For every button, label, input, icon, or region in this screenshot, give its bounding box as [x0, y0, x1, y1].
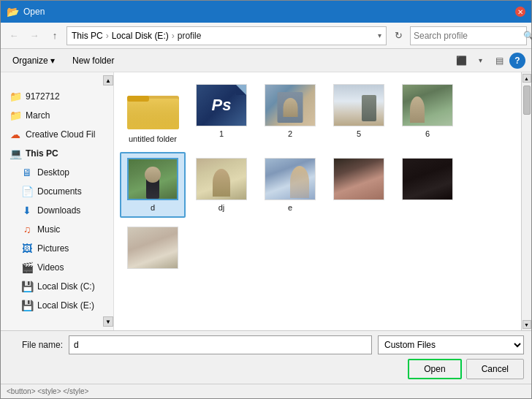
file-name-dj: dj [218, 203, 225, 212]
buttons-row: Open Cancel [8, 359, 524, 379]
search-icon[interactable]: 🔍 [523, 31, 532, 41]
thumb-dj [196, 158, 247, 200]
file-item-d[interactable]: d [120, 152, 186, 218]
forward-button[interactable]: → [26, 27, 43, 45]
thumb-bottom2 [402, 158, 453, 200]
file-item-bottom3[interactable] [120, 221, 186, 278]
desktop-icon: 🖥 [21, 167, 33, 178]
documents-icon: 📄 [21, 186, 33, 197]
open-dialog: 📂 Open ✕ ← → ↑ This PC › Local Disk (E:)… [0, 0, 532, 399]
downloads-icon: ⬇ [21, 205, 33, 216]
thumb-2 [265, 84, 316, 126]
music-icon: ♫ [21, 224, 33, 235]
sidebar-scroll-up[interactable]: ▲ [103, 75, 113, 86]
sidebar-item-pictures[interactable]: 🖼 Pictures [1, 239, 113, 258]
sidebar: ▲ 📁 9172712 📁 March ☁ Creative Cloud Fil… [1, 72, 114, 330]
folder-thumb [123, 84, 182, 132]
videos-icon: 🎬 [21, 262, 33, 273]
new-folder-button[interactable]: New folder [66, 52, 120, 69]
view-list-btn[interactable]: ▤ [490, 52, 508, 69]
sidebar-item-this-pc[interactable]: 💻 This PC [1, 144, 113, 163]
scroll-down-arrow[interactable]: ▼ [522, 320, 531, 329]
main-content: ▲ 📁 9172712 📁 March ☁ Creative Cloud Fil… [1, 72, 531, 330]
path-profile: profile [178, 31, 202, 41]
thumb-6 [402, 84, 453, 126]
sidebar-item-label-pictures: Pictures [37, 243, 107, 254]
up-button[interactable]: ↑ [46, 27, 64, 45]
sidebar-item-videos[interactable]: 🎬 Videos [1, 258, 113, 277]
view-details-btn[interactable]: ▾ [471, 52, 489, 69]
sidebar-item-march[interactable]: 📁 March [1, 106, 113, 125]
sidebar-item-label-music: Music [37, 224, 107, 235]
cancel-button[interactable]: Cancel [466, 359, 524, 379]
filename-row: File name: Custom Files [8, 335, 524, 354]
filename-label: File name: [8, 340, 63, 350]
view-large-icon[interactable]: ⬛ [452, 52, 470, 69]
sidebar-item-label-9172712: 9172712 [26, 91, 107, 102]
search-box: 🔍 [410, 26, 527, 45]
open-button[interactable]: Open [408, 359, 461, 379]
title-bar-controls: ✕ [515, 7, 525, 17]
svg-rect-2 [127, 99, 179, 129]
file-item-e[interactable]: e [257, 152, 323, 218]
folder-icon-9172712: 📁 [10, 91, 21, 102]
ps-corner [236, 85, 246, 95]
organize-button[interactable]: Organize ▾ [7, 52, 61, 69]
sep2: › [172, 31, 175, 41]
sidebar-item-label-downloads: Downloads [37, 205, 107, 216]
sidebar-scroll-down[interactable]: ▼ [103, 316, 113, 327]
path-dropdown-btn[interactable]: ▾ [378, 31, 381, 39]
sidebar-item-local-disk-c[interactable]: 💾 Local Disk (C:) [1, 277, 113, 296]
sidebar-item-local-disk-e[interactable]: 💾 Local Disk (E:) [1, 296, 113, 315]
title-bar-left: 📂 Open [7, 6, 45, 18]
file-item-dj[interactable]: dj [189, 152, 254, 218]
filename-input[interactable] [69, 335, 372, 354]
help-btn[interactable]: ? [509, 53, 525, 69]
thumb-d [127, 158, 178, 200]
file-item-6[interactable]: 6 [395, 78, 460, 149]
cloud-icon: ☁ [10, 129, 21, 140]
file-item-5[interactable]: 5 [326, 78, 392, 149]
ps-text: Ps [212, 96, 232, 115]
sidebar-item-label-local-c: Local Disk (C:) [37, 281, 107, 292]
main-scrollbar: ▲ ▼ [521, 72, 531, 330]
sidebar-item-desktop[interactable]: 🖥 Desktop [1, 163, 113, 182]
file-item-bottom2[interactable] [395, 152, 460, 218]
file-item-2[interactable]: 2 [257, 78, 323, 149]
svg-rect-3 [127, 96, 149, 102]
file-name-5: 5 [357, 129, 361, 138]
file-item-ps[interactable]: Ps 1 [189, 78, 254, 149]
file-name-1: 1 [219, 129, 224, 138]
back-button[interactable]: ← [5, 27, 23, 45]
status-bar: <button> <style> </style> [1, 384, 531, 398]
refresh-button[interactable]: ↻ [390, 27, 407, 45]
sidebar-item-creative-cloud[interactable]: ☁ Creative Cloud Fil [1, 125, 113, 144]
sidebar-item-downloads[interactable]: ⬇ Downloads [1, 201, 113, 220]
sidebar-item-label-desktop: Desktop [37, 167, 107, 178]
sep1: › [106, 31, 109, 41]
scroll-up-arrow[interactable]: ▲ [522, 74, 531, 83]
filetype-select[interactable]: Custom Files [378, 335, 524, 354]
thumb-bottom1 [333, 158, 384, 200]
folder-icon-march: 📁 [10, 110, 21, 121]
sidebar-item-music[interactable]: ♫ Music [1, 220, 113, 239]
folder-svg [126, 86, 180, 131]
sidebar-item-documents[interactable]: 📄 Documents [1, 182, 113, 201]
scroll-thumb[interactable] [523, 86, 531, 115]
file-item-bottom1[interactable] [326, 152, 392, 218]
close-button[interactable]: ✕ [515, 7, 525, 17]
address-path[interactable]: This PC › Local Disk (E:) › profile ▾ [66, 26, 387, 45]
ps-thumb: Ps [196, 84, 247, 126]
bottom-bar: File name: Custom Files Open Cancel [1, 330, 531, 384]
file-item-untitled-folder[interactable]: untitled folder [120, 78, 186, 149]
path-localdisk: Local Disk (E:) [112, 31, 169, 41]
file-area: untitled folder Ps 1 2 [114, 72, 521, 330]
search-input[interactable] [414, 31, 523, 41]
sidebar-item-label-creative-cloud: Creative Cloud Fil [26, 129, 107, 140]
view-controls: ⬛ ▾ ▤ ? [452, 52, 525, 69]
sidebar-item-label-local-e: Local Disk (E:) [37, 300, 107, 311]
file-name-e: e [288, 203, 292, 212]
disk-e-icon: 💾 [21, 300, 33, 311]
sidebar-item-9172712[interactable]: 📁 9172712 [1, 87, 113, 106]
file-name-d: d [151, 203, 155, 212]
